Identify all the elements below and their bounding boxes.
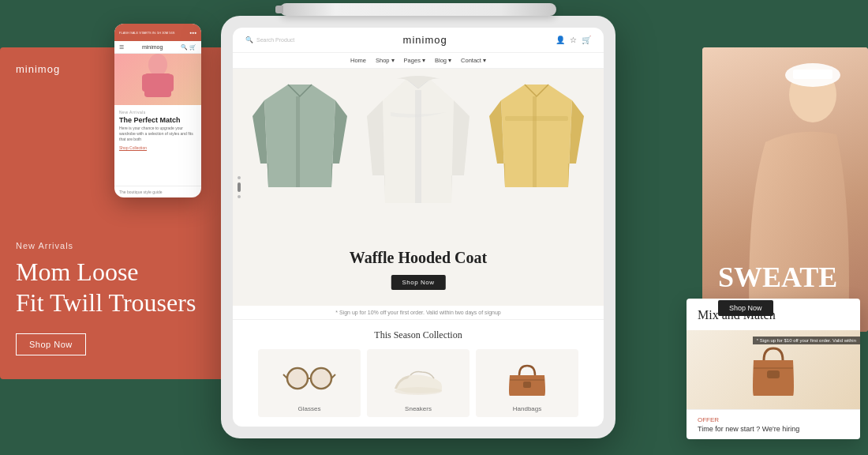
- svg-rect-20: [793, 70, 832, 79]
- menu-item-pages[interactable]: Pages ▾: [404, 57, 425, 64]
- svg-rect-17: [523, 382, 531, 388]
- collection-item-sneakers[interactable]: Sneakers: [367, 349, 470, 417]
- tablet-menu: Home Shop ▾ Pages ▾ Blog ▾ Contact ▾: [233, 53, 604, 69]
- phone-hero-svg: [130, 54, 185, 105]
- left-panel-new-arrivals: New Arrivals: [16, 241, 221, 250]
- svg-rect-2: [142, 74, 150, 92]
- svg-rect-6: [505, 116, 568, 121]
- phone-shop-link[interactable]: Shop Collection: [119, 145, 196, 150]
- sweater-text: SWEATE Shop Now: [718, 263, 852, 316]
- sweater-shop-button[interactable]: Shop Now: [718, 300, 773, 316]
- collection-items: Glasses Sneakers: [245, 349, 591, 417]
- menu-item-shop[interactable]: Shop ▾: [376, 57, 395, 64]
- mix-match-promo-text: * Sign up for $10 off your first order. …: [753, 337, 860, 344]
- svg-rect-4: [296, 96, 300, 187]
- collection-title: This Season Collection: [245, 329, 591, 341]
- tablet-logo: minimog: [403, 34, 447, 46]
- tablet-nav: 🔍 Search Product minimog 👤 ☆ 🛒: [233, 28, 604, 53]
- svg-point-14: [311, 370, 331, 387]
- svg-rect-3: [166, 74, 174, 92]
- svg-point-15: [395, 387, 442, 395]
- left-panel-shop-button[interactable]: Shop Now: [16, 333, 86, 355]
- cart-icon[interactable]: 🛒: [582, 36, 591, 44]
- mix-match-image-area: * Sign up for $10 off your first order. …: [687, 330, 860, 409]
- right-panel: SWEATE Shop Now: [702, 47, 868, 332]
- phone-logo: minimog: [142, 44, 163, 50]
- jacket-left-image: [249, 77, 351, 203]
- phone-mockup: FLASH SALE STARTS IN: 5H 30M 56S ●●● ☰ m…: [114, 24, 201, 197]
- sweater-title: SWEATE: [718, 263, 852, 291]
- phone-hero-image: [114, 54, 201, 105]
- phone-top-bar: FLASH SALE STARTS IN: 5H 30M 56S ●●●: [114, 24, 201, 41]
- menu-item-contact[interactable]: Contact ▾: [461, 57, 486, 64]
- tablet-hero-text: Waffle Hooded Coat Shop Now: [350, 249, 487, 290]
- scroll-dots: [238, 176, 241, 198]
- tablet-hero-promo: * Sign up for 10% off your first order. …: [233, 306, 604, 320]
- center-coat-image: [363, 73, 473, 211]
- svg-point-0: [148, 54, 167, 76]
- left-panel-title: Mom Loose Fit Twill Trousers: [16, 257, 221, 318]
- collection-item-handbags[interactable]: Handbags: [476, 349, 578, 417]
- phone-hero-content: New Arrivals The Perfect Match Here is y…: [114, 105, 201, 155]
- svg-rect-5: [533, 96, 537, 187]
- left-panel-logo: minimog: [16, 63, 60, 75]
- menu-item-home[interactable]: Home: [350, 57, 366, 64]
- svg-rect-7: [415, 90, 421, 203]
- tablet-search[interactable]: 🔍 Search Product: [245, 36, 294, 43]
- svg-rect-21: [767, 370, 780, 378]
- phone-footer: The boutique style guide: [114, 186, 201, 197]
- stylus: [280, 3, 556, 16]
- tablet-mockup: 🔍 Search Product minimog 👤 ☆ 🛒 Home Shop…: [221, 16, 615, 438]
- svg-point-13: [287, 370, 308, 387]
- mix-match-subtitle: Time for new start ? We're hiring: [698, 425, 849, 433]
- menu-item-blog[interactable]: Blog ▾: [435, 57, 451, 64]
- phone-nav: ☰ minimog 🔍 🛒: [114, 41, 201, 54]
- account-icon[interactable]: 👤: [556, 36, 565, 44]
- collection-item-glasses[interactable]: Glasses: [258, 349, 361, 417]
- wishlist-icon[interactable]: ☆: [570, 36, 577, 44]
- mix-match-card: Mix and Match * Sign up for $10 off your…: [687, 299, 860, 439]
- mix-match-footer: OFFER Time for new start ? We're hiring: [687, 409, 860, 439]
- search-icon: 🔍: [245, 36, 253, 43]
- mix-match-tag: OFFER: [698, 416, 849, 423]
- tablet-screen: 🔍 Search Product minimog 👤 ☆ 🛒 Home Shop…: [233, 28, 604, 427]
- jacket-right-image: [485, 77, 588, 203]
- tablet-nav-icons: 👤 ☆ 🛒: [556, 36, 591, 44]
- tablet-hero: Waffle Hooded Coat Shop Now: [233, 69, 604, 306]
- tablet-collection-section: This Season Collection: [233, 320, 604, 427]
- tablet-shop-now-button[interactable]: Shop Now: [391, 275, 446, 290]
